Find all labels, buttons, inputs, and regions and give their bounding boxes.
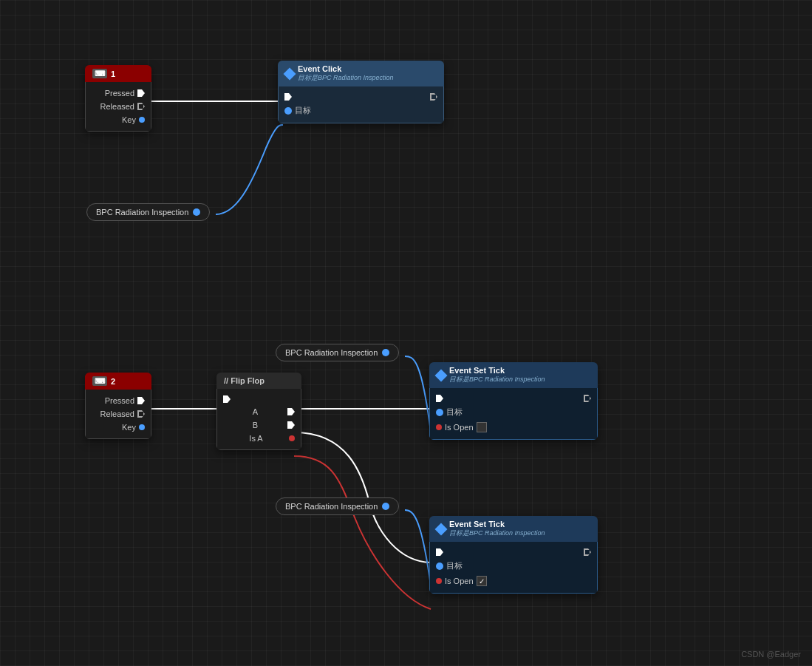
key2-pressed-pin (137, 397, 145, 404)
key2-released-row: Released (86, 407, 151, 421)
key1-header: ⌨ 1 (85, 65, 151, 82)
event-set-tick2-exec-out (584, 548, 591, 556)
bpc-var3-pin (382, 503, 389, 510)
flip-flop-isa-label: Is A (249, 434, 262, 443)
bpc-var1-label: BPC Radiation Inspection (96, 208, 188, 217)
event-set-tick1-exec-out (584, 395, 591, 402)
key2-pressed-row: Pressed (86, 394, 151, 407)
key1-released-row: Released (86, 100, 151, 113)
event-set-tick2-exec-row (430, 546, 597, 558)
event-set-tick2-isopen-pin (436, 578, 442, 584)
event-set-tick1-isopen-pin (436, 424, 442, 430)
event-set-tick1-title: Event Set Tick (449, 366, 545, 375)
event-set-tick1-isopen-row: Is Open (430, 420, 597, 435)
flip-flop-a-row: A (217, 405, 301, 418)
key2-label: 2 (111, 377, 115, 386)
bpc-var2-node: BPC Radiation Inspection (276, 344, 399, 361)
event-set-tick2-title: Event Set Tick (449, 520, 545, 529)
key2-body: Pressed Released Key (85, 390, 151, 439)
event-click-exec-out (430, 93, 437, 101)
key2-released-pin (137, 410, 145, 418)
event-set-tick1-isopen-checkbox[interactable] (477, 422, 487, 432)
event-click-target-row: 目标 (279, 103, 443, 118)
key1-pressed-label: Pressed (105, 89, 134, 98)
key1-key-pin (139, 117, 145, 123)
key2-key-pin (139, 424, 145, 430)
event-set-tick1-isopen-label: Is Open (445, 423, 474, 432)
key2-key-label: Key (122, 423, 136, 432)
bpc-var1-node: BPC Radiation Inspection (86, 203, 210, 221)
flip-flop-b-pin (287, 421, 295, 429)
event-set-tick1-target-row: 目标 (430, 404, 597, 420)
flip-flop-exec-in (223, 395, 231, 403)
event-click-exec-row (279, 91, 443, 103)
event-set-tick2-target-label: 目标 (446, 560, 463, 571)
event-set-tick2-node: Event Set Tick 目标是BPC Radiation Inspecti… (429, 516, 598, 594)
event-set-tick1-exec-in (436, 395, 443, 402)
event-set-tick1-target-label: 目标 (446, 407, 463, 418)
key2-key-row: Key (86, 421, 151, 434)
event-set-tick2-isopen-label: Is Open (445, 577, 474, 585)
bpc-var3-label: BPC Radiation Inspection (285, 502, 378, 511)
event-click-node: Event Click 目标是BPC Radiation Inspection … (278, 61, 444, 123)
event-set-tick1-subtitle: 目标是BPC Radiation Inspection (449, 375, 545, 384)
key2-released-label: Released (100, 410, 134, 418)
event-set-tick2-isopen-checkbox[interactable]: ✓ (477, 576, 487, 586)
flip-flop-exec-row (217, 393, 301, 405)
event-click-icon (284, 67, 296, 80)
key1-key-label: Key (122, 115, 136, 124)
flip-flop-node: // Flip Flop A B Is A (216, 373, 301, 450)
key1-body: Pressed Released Key (85, 82, 151, 132)
keyboard-icon-1: ⌨ (92, 69, 107, 78)
bpc-var2-pin (382, 349, 389, 356)
key2-node: ⌨ 2 Pressed Released Key (85, 373, 151, 439)
event-set-tick2-icon (435, 523, 448, 535)
key2-pressed-label: Pressed (105, 396, 134, 405)
event-click-target-label: 目标 (295, 105, 311, 116)
key1-released-label: Released (100, 102, 134, 111)
event-set-tick2-target-row: 目标 (430, 558, 597, 574)
flip-flop-title: // Flip Flop (224, 376, 265, 385)
key1-label: 1 (111, 69, 115, 78)
event-set-tick2-body: 目标 Is Open ✓ (429, 542, 598, 594)
event-click-body: 目标 (278, 86, 444, 123)
event-set-tick2-exec-in (436, 548, 443, 556)
event-set-tick2-target-pin (436, 563, 443, 570)
key1-key-row: Key (86, 113, 151, 126)
flip-flop-isa-row: Is A (217, 432, 301, 445)
event-set-tick1-node: Event Set Tick 目标是BPC Radiation Inspecti… (429, 362, 598, 440)
event-set-tick1-header: Event Set Tick 目标是BPC Radiation Inspecti… (429, 362, 598, 388)
bpc-var1-pin (193, 208, 200, 216)
watermark: CSDN @Eadger (741, 650, 801, 659)
event-set-tick1-icon (435, 369, 448, 381)
bpc-var2-label: BPC Radiation Inspection (285, 348, 378, 357)
flip-flop-a-label: A (253, 407, 258, 416)
event-click-subtitle: 目标是BPC Radiation Inspection (298, 73, 394, 83)
event-click-exec-in (284, 93, 292, 101)
event-set-tick1-target-pin (436, 409, 443, 416)
event-set-tick1-body: 目标 Is Open (429, 388, 598, 440)
event-click-target-pin (284, 107, 292, 115)
event-set-tick2-header: Event Set Tick 目标是BPC Radiation Inspecti… (429, 516, 598, 542)
flip-flop-b-row: B (217, 418, 301, 432)
event-click-header: Event Click 目标是BPC Radiation Inspection (278, 61, 444, 86)
event-set-tick1-exec-row (430, 393, 597, 404)
key1-node: ⌨ 1 Pressed Released Key (85, 65, 151, 132)
flip-flop-a-pin (287, 408, 295, 415)
flip-flop-header: // Flip Flop (216, 373, 301, 389)
event-set-tick2-isopen-row: Is Open ✓ (430, 574, 597, 588)
key2-header: ⌨ 2 (85, 373, 151, 390)
key1-pressed-row: Pressed (86, 86, 151, 100)
flip-flop-isa-pin (289, 435, 295, 441)
event-set-tick2-subtitle: 目标是BPC Radiation Inspection (449, 529, 545, 538)
key1-released-pin (137, 103, 145, 110)
bpc-var3-node: BPC Radiation Inspection (276, 497, 399, 515)
keyboard-icon-2: ⌨ (92, 376, 107, 386)
event-click-title: Event Click (298, 64, 394, 73)
flip-flop-b-label: B (253, 421, 258, 429)
key1-pressed-pin (137, 89, 145, 97)
flip-flop-body: A B Is A (216, 389, 301, 450)
